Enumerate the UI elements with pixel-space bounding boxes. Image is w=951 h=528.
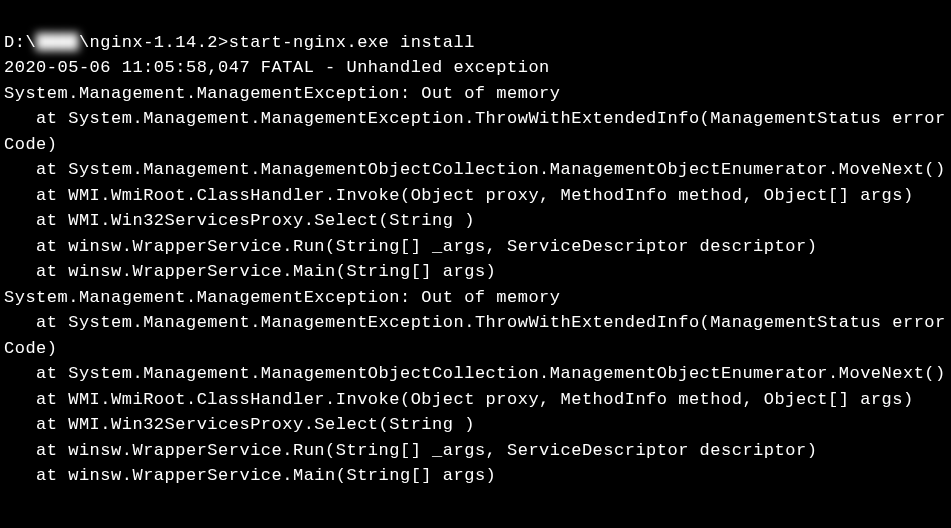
output-line: at System.Management.ManagementObjectCol… [4, 361, 947, 387]
terminal-output[interactable]: D:\████\nginx-1.14.2>start-nginx.exe ins… [4, 4, 947, 514]
output-line: at winsw.WrapperService.Main(String[] ar… [4, 259, 947, 285]
command-line: D:\████\nginx-1.14.2>start-nginx.exe ins… [4, 30, 947, 56]
output-line: at System.Management.ManagementException… [4, 106, 947, 157]
output-line: at System.Management.ManagementException… [4, 310, 947, 361]
output-line: at winsw.WrapperService.Run(String[] _ar… [4, 234, 947, 260]
output-line: System.Management.ManagementException: O… [4, 285, 947, 311]
prompt-path: \nginx-1.14.2> [79, 33, 229, 52]
prompt-drive: D:\ [4, 33, 36, 52]
output-line: at winsw.WrapperService.Run(String[] _ar… [4, 438, 947, 464]
command-text: start-nginx.exe install [229, 33, 475, 52]
output-line: at WMI.Win32ServicesProxy.Select(String … [4, 412, 947, 438]
prompt-blurred-path: ████ [36, 30, 79, 56]
output-line: at System.Management.ManagementObjectCol… [4, 157, 947, 183]
output-line: 2020-05-06 11:05:58,047 FATAL - Unhandle… [4, 55, 947, 81]
output-line: at WMI.Win32ServicesProxy.Select(String … [4, 208, 947, 234]
output-line: System.Management.ManagementException: O… [4, 81, 947, 107]
output-line: at WMI.WmiRoot.ClassHandler.Invoke(Objec… [4, 183, 947, 209]
output-line: at winsw.WrapperService.Main(String[] ar… [4, 463, 947, 489]
output-line: at WMI.WmiRoot.ClassHandler.Invoke(Objec… [4, 387, 947, 413]
